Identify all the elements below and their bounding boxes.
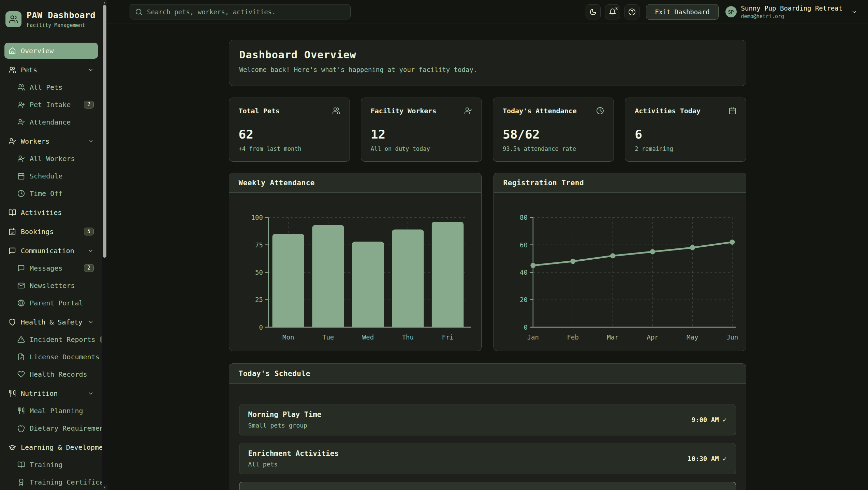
alert-triangle-icon (17, 336, 25, 343)
search-input[interactable] (147, 8, 345, 16)
sidebar-item-learning-and-development[interactable]: Learning & Development (4, 439, 98, 455)
search-box[interactable] (130, 4, 351, 19)
mail-icon (17, 282, 25, 289)
sidebar-item-license-documents[interactable]: License Documents (4, 349, 98, 365)
user-menu[interactable]: SP Sunny Pup Boarding Retreat demo@hetri… (725, 4, 858, 19)
count-badge: 2 (84, 264, 94, 272)
sidebar-item-label: Time Off (30, 189, 62, 198)
sidebar-item-training[interactable]: Training (4, 457, 98, 473)
sidebar-item-health-and-safety[interactable]: Health & Safety (4, 314, 98, 330)
stat-title: Facility Workers (371, 107, 437, 115)
sidebar-item-newsletters[interactable]: Newsletters (4, 277, 98, 293)
scrollbar-thumb[interactable] (103, 5, 106, 258)
calendar-icon (729, 107, 736, 115)
moon-icon (589, 8, 597, 16)
sidebar-item-attendance[interactable]: Attendance (4, 114, 98, 130)
apple-icon (17, 424, 25, 432)
stat-subtext: +4 from last month (239, 145, 340, 152)
user-check-icon (17, 155, 25, 162)
count-badge: 5 (84, 228, 94, 235)
charts-row: Weekly Attendance 0255075100MonTueWedThu… (229, 173, 746, 351)
count-badge: 2 (84, 101, 94, 109)
stat-value: 62 (239, 127, 340, 141)
app-root: PAW Dashboard Facility Management Overvi… (0, 0, 868, 490)
scrollbar-down-arrow[interactable]: ▼ (102, 485, 107, 490)
sidebar-item-activities[interactable]: Activities (4, 204, 98, 220)
exit-dashboard-button[interactable]: Exit Dashboard (646, 4, 718, 20)
sidebar-item-workers[interactable]: Workers (4, 133, 98, 149)
users-icon (9, 15, 18, 24)
sidebar-item-label: Workers (21, 137, 49, 145)
chart-card-header: Registration Trend (494, 173, 746, 193)
svg-text:60: 60 (520, 241, 528, 249)
sidebar-item-time-off[interactable]: Time Off (4, 185, 98, 201)
svg-text:Jun: Jun (726, 333, 738, 341)
schedule-item-subtitle: All pets (248, 461, 339, 468)
sidebar-item-training-certificates[interactable]: Training Certificates (4, 474, 98, 490)
sidebar-item-parent-portal[interactable]: Parent Portal (4, 295, 98, 311)
stat-card-today-s-attendance: Today's Attendance58/6293.5% attendance … (493, 98, 614, 162)
page-title: Dashboard Overview (239, 49, 736, 61)
sidebar-item-label: Activities (21, 208, 62, 217)
svg-text:Wed: Wed (362, 333, 373, 341)
svg-text:Jan: Jan (527, 333, 539, 341)
clock-icon (596, 107, 604, 115)
sidebar-scrollbar[interactable]: ▲ ▼ (102, 0, 107, 490)
sidebar-item-communication[interactable]: Communication (4, 243, 98, 259)
globe-icon (17, 299, 25, 307)
scrollbar-up-arrow[interactable]: ▲ (102, 0, 107, 5)
notification-badge: 3 (615, 6, 618, 11)
sidebar-item-pet-intake[interactable]: Pet Intake2 (4, 97, 98, 113)
sidebar-item-pets[interactable]: Pets (4, 62, 98, 78)
sidebar-item-health-records[interactable]: Health Records (4, 366, 98, 382)
stat-value: 58/62 (503, 127, 604, 141)
message-square-icon (17, 264, 25, 272)
notifications-button[interactable]: 3 (605, 4, 620, 19)
sidebar-item-label: Parent Portal (30, 299, 83, 307)
sidebar-item-nutrition[interactable]: Nutrition (4, 385, 98, 401)
sidebar-item-schedule[interactable]: Schedule (4, 168, 98, 184)
help-button[interactable] (624, 4, 639, 19)
avatar: SP (725, 6, 737, 17)
sidebar-item-label: Pet Intake (30, 101, 71, 109)
schedule-item-time: 10:30 AM ✓ (688, 455, 726, 462)
sidebar-item-bookings[interactable]: Bookings5 (4, 224, 98, 240)
sidebar-item-dietary-requirements[interactable]: Dietary Requirements (4, 420, 98, 436)
sidebar-item-all-workers[interactable]: All Workers (4, 150, 98, 167)
chevron-down-icon (88, 248, 94, 254)
message-square-icon (9, 247, 16, 255)
sidebar-item-label: License Documents (30, 353, 100, 361)
sidebar-item-messages[interactable]: Messages2 (4, 260, 98, 276)
theme-toggle-button[interactable] (586, 4, 601, 19)
stat-subtext: 2 remaining (635, 145, 736, 152)
dashboard-content: Dashboard Overview Welcome back! Here's … (229, 24, 746, 490)
shield-icon (9, 318, 16, 326)
sidebar-item-incident-reports[interactable]: Incident Reports3 (4, 331, 98, 347)
sidebar-item-overview[interactable]: Overview (4, 43, 98, 59)
sidebar-item-label: Communication (21, 247, 74, 255)
page-subtitle: Welcome back! Here's what's happening at… (239, 66, 736, 73)
sidebar: PAW Dashboard Facility Management Overvi… (0, 0, 107, 490)
user-check-icon (9, 138, 16, 145)
svg-text:Feb: Feb (567, 333, 578, 341)
app-title: PAW Dashboard (27, 10, 95, 20)
graduation-cap-icon (9, 444, 16, 451)
svg-text:75: 75 (255, 241, 263, 249)
award-icon (17, 478, 25, 486)
user-check-icon (17, 118, 25, 126)
todays-schedule-card: Today's Schedule Morning Play TimeSmall … (229, 363, 746, 490)
svg-text:Thu: Thu (402, 333, 413, 341)
sidebar-item-meal-planning[interactable]: Meal Planning (4, 403, 98, 419)
home-icon (9, 47, 16, 55)
heart-icon (17, 371, 25, 378)
chevron-down-icon (88, 319, 94, 325)
svg-text:20: 20 (520, 296, 528, 303)
sidebar-item-label: Attendance (30, 118, 71, 126)
book-open-icon (9, 209, 16, 216)
utensils-icon (9, 390, 16, 397)
sidebar-item-all-pets[interactable]: All Pets (4, 79, 98, 95)
schedule-item-morning-play-time: Morning Play TimeSmall pets group9:00 AM… (239, 404, 736, 435)
help-circle-icon (628, 8, 636, 16)
schedule-item (239, 482, 736, 490)
sidebar-item-label: Pets (21, 66, 37, 74)
